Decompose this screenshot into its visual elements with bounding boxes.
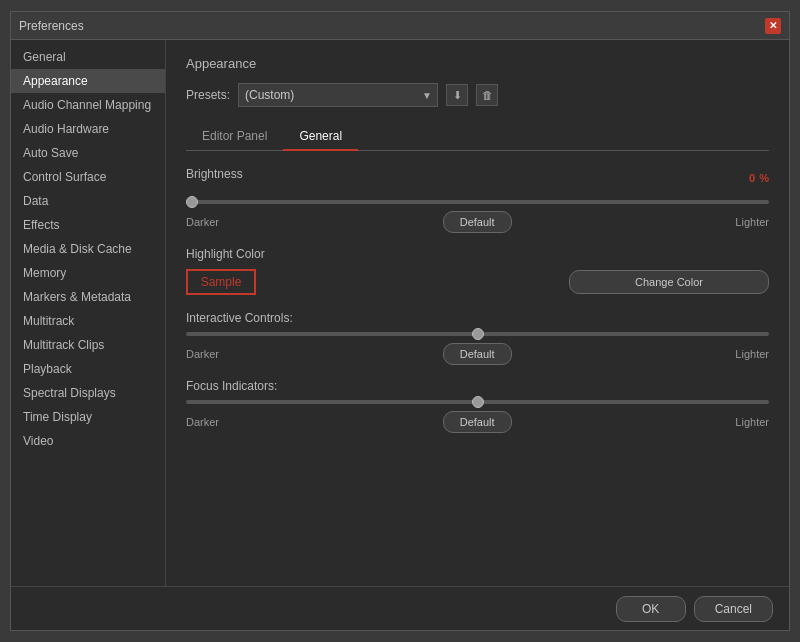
download-icon: ⬇ xyxy=(453,89,462,102)
brightness-default-button[interactable]: Default xyxy=(443,211,512,233)
interactive-darker-label: Darker xyxy=(186,348,219,360)
focus-indicators-section: Focus Indicators: Darker Default Lighter xyxy=(186,379,769,433)
tab-editor-panel[interactable]: Editor Panel xyxy=(186,123,283,151)
interactive-default-button[interactable]: Default xyxy=(443,343,512,365)
percent-symbol: % xyxy=(759,172,769,184)
sample-color-box[interactable]: Sample xyxy=(186,269,256,295)
dialog-title: Preferences xyxy=(19,19,84,33)
cancel-button[interactable]: Cancel xyxy=(694,596,773,622)
close-button[interactable]: ✕ xyxy=(765,18,781,34)
brightness-darker-label: Darker xyxy=(186,216,219,228)
sidebar-item-playback[interactable]: Playback xyxy=(11,357,165,381)
sidebar-item-multitrack[interactable]: Multitrack xyxy=(11,309,165,333)
interactive-controls-slider[interactable] xyxy=(186,332,769,336)
interactive-controls-labels: Darker Default Lighter xyxy=(186,343,769,365)
sample-label: Sample xyxy=(201,275,242,289)
sidebar-item-media-disk-cache[interactable]: Media & Disk Cache xyxy=(11,237,165,261)
content-area: GeneralAppearanceAudio Channel MappingAu… xyxy=(11,40,789,586)
highlight-color-label: Highlight Color xyxy=(186,247,265,261)
brightness-value: 0 xyxy=(749,172,755,184)
sidebar-item-spectral-displays[interactable]: Spectral Displays xyxy=(11,381,165,405)
tabs-container: Editor Panel General xyxy=(186,123,769,151)
sidebar-item-general[interactable]: General xyxy=(11,45,165,69)
sidebar-item-appearance[interactable]: Appearance xyxy=(11,69,165,93)
sidebar-item-multitrack-clips[interactable]: Multitrack Clips xyxy=(11,333,165,357)
presets-select-wrapper: (Custom)DefaultDarkLight ▼ xyxy=(238,83,438,107)
sidebar-item-effects[interactable]: Effects xyxy=(11,213,165,237)
presets-label: Presets: xyxy=(186,88,230,102)
brightness-slider-labels: Darker Default Lighter xyxy=(186,211,769,233)
sidebar-item-audio-channel-mapping[interactable]: Audio Channel Mapping xyxy=(11,93,165,117)
panel-title: Appearance xyxy=(186,56,769,71)
interactive-controls-section: Interactive Controls: Darker Default Lig… xyxy=(186,311,769,365)
sidebar-item-audio-hardware[interactable]: Audio Hardware xyxy=(11,117,165,141)
focus-indicators-slider[interactable] xyxy=(186,400,769,404)
brightness-lighter-label: Lighter xyxy=(735,216,769,228)
change-color-button[interactable]: Change Color xyxy=(569,270,769,294)
tab-general[interactable]: General xyxy=(283,123,358,151)
close-icon: ✕ xyxy=(769,20,777,31)
presets-select[interactable]: (Custom)DefaultDarkLight xyxy=(238,83,438,107)
save-preset-button[interactable]: ⬇ xyxy=(446,84,468,106)
interactive-controls-label: Interactive Controls: xyxy=(186,311,293,325)
sidebar-item-control-surface[interactable]: Control Surface xyxy=(11,165,165,189)
focus-indicators-labels: Darker Default Lighter xyxy=(186,411,769,433)
brightness-label: Brightness xyxy=(186,167,243,181)
delete-preset-button[interactable]: 🗑 xyxy=(476,84,498,106)
sidebar: GeneralAppearanceAudio Channel MappingAu… xyxy=(11,40,166,586)
sidebar-item-memory[interactable]: Memory xyxy=(11,261,165,285)
main-panel: Appearance Presets: (Custom)DefaultDarkL… xyxy=(166,40,789,586)
highlight-color-section: Highlight Color Sample Change Color xyxy=(186,247,769,295)
trash-icon: 🗑 xyxy=(482,89,493,101)
preferences-dialog: Preferences ✕ GeneralAppearanceAudio Cha… xyxy=(10,11,790,631)
brightness-slider[interactable] xyxy=(186,200,769,204)
brightness-right: 0 % xyxy=(749,172,769,184)
focus-darker-label: Darker xyxy=(186,416,219,428)
sidebar-item-data[interactable]: Data xyxy=(11,189,165,213)
brightness-section: Brightness 0 % Darker Default Lighter xyxy=(186,167,769,233)
footer: OK Cancel xyxy=(11,586,789,630)
ok-button[interactable]: OK xyxy=(616,596,686,622)
sidebar-item-markers-metadata[interactable]: Markers & Metadata xyxy=(11,285,165,309)
presets-row: Presets: (Custom)DefaultDarkLight ▼ ⬇ 🗑 xyxy=(186,83,769,107)
focus-default-button[interactable]: Default xyxy=(443,411,512,433)
interactive-lighter-label: Lighter xyxy=(735,348,769,360)
focus-indicators-label: Focus Indicators: xyxy=(186,379,277,393)
sidebar-item-video[interactable]: Video xyxy=(11,429,165,453)
brightness-header: Brightness 0 % xyxy=(186,167,769,189)
focus-lighter-label: Lighter xyxy=(735,416,769,428)
sidebar-item-time-display[interactable]: Time Display xyxy=(11,405,165,429)
sidebar-item-auto-save[interactable]: Auto Save xyxy=(11,141,165,165)
titlebar: Preferences ✕ xyxy=(11,12,789,40)
highlight-color-row: Sample Change Color xyxy=(186,269,769,295)
